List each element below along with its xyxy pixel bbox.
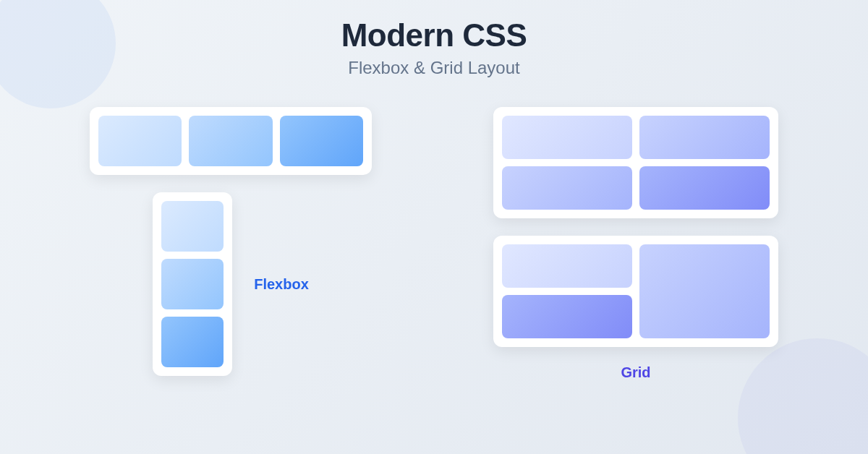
flexbox-row-demo bbox=[90, 107, 372, 175]
page-title: Modern CSS bbox=[0, 17, 868, 53]
grid-span-demo bbox=[493, 236, 778, 347]
grid-column: Grid bbox=[493, 107, 778, 381]
flexbox-column-group: Flexbox bbox=[153, 192, 309, 376]
flex-box bbox=[161, 201, 224, 252]
grid-box-span bbox=[639, 244, 770, 338]
flexbox-column-demo bbox=[153, 192, 232, 376]
flex-box bbox=[161, 317, 224, 367]
flexbox-label: Flexbox bbox=[254, 276, 309, 293]
flex-box bbox=[280, 116, 363, 166]
page-subtitle: Flexbox & Grid Layout bbox=[0, 58, 868, 78]
grid-box bbox=[502, 244, 632, 288]
demo-area: Flexbox Grid bbox=[0, 78, 868, 381]
grid-box bbox=[502, 116, 632, 159]
flex-box bbox=[161, 259, 224, 309]
grid-box bbox=[639, 166, 770, 210]
flex-box bbox=[98, 116, 182, 166]
grid-label: Grid bbox=[621, 364, 650, 381]
grid-box bbox=[639, 116, 770, 159]
flex-box bbox=[189, 116, 272, 166]
flexbox-column: Flexbox bbox=[90, 107, 372, 376]
header: Modern CSS Flexbox & Grid Layout bbox=[0, 0, 868, 78]
grid-box bbox=[502, 166, 632, 210]
grid-box bbox=[502, 295, 632, 338]
grid-basic-demo bbox=[493, 107, 778, 218]
